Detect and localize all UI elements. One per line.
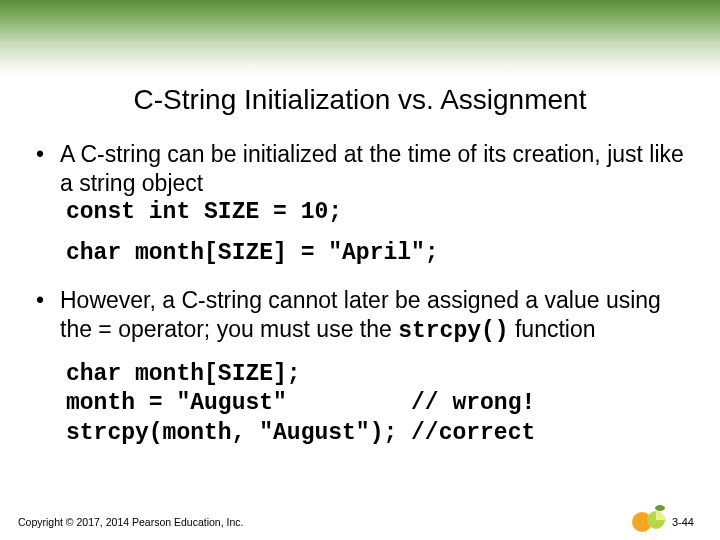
bullet-marker: • [30,140,60,169]
citrus-decoration-icon [628,502,672,534]
copyright-text: Copyright © 2017, 2014 Pearson Education… [18,516,243,528]
slide-title: C-String Initialization vs. Assignment [0,84,720,116]
bullet-2-code-block: char month[SIZE]; month = "August" // wr… [66,360,690,448]
bullet-1: • A C-string can be initialized at the t… [30,140,690,268]
slide-content: • A C-string can be initialized at the t… [30,140,690,466]
bullet-2: • However, a C-string cannot later be as… [30,286,690,448]
bullet-2-text: However, a C-string cannot later be assi… [60,286,690,346]
page-number: 3-44 [672,516,694,528]
bullet-marker: • [30,286,60,315]
bullet-1-code-1: const int SIZE = 10; [66,198,690,227]
bullet-1-text: A C-string can be initialized at the tim… [60,140,690,198]
svg-point-2 [655,505,665,511]
bullet-2-text-code: strcpy() [398,318,508,344]
bullet-2-text-post: function [509,316,596,342]
bullet-1-code-2: char month[SIZE] = "April"; [66,239,690,268]
top-gradient-band [0,0,720,78]
